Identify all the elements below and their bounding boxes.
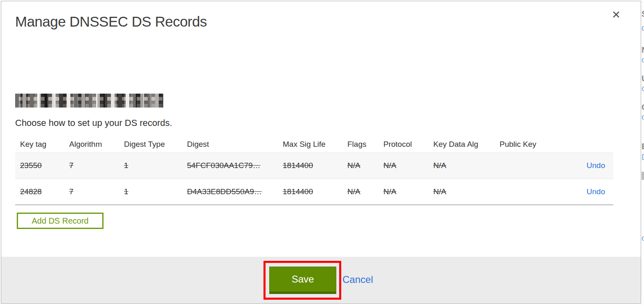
cell-protocol: N/A [378, 179, 428, 205]
background-text-fragment: o [642, 84, 644, 92]
background-text-fragment: S [642, 10, 644, 18]
screenshot-canvas: SdNoUoOoED▌o Manage DNSSEC DS Records ✕ … [0, 0, 644, 305]
ds-records-table: Key tag Algorithm Digest Type Digest Max… [15, 136, 613, 205]
background-text-fragment: o [642, 56, 644, 64]
col-header-flags: Flags [342, 136, 378, 152]
cell-flags: N/A [342, 152, 378, 179]
cell-public-key [495, 179, 553, 205]
table-header-row: Key tag Algorithm Digest Type Digest Max… [15, 136, 613, 152]
col-header-key-data-alg: Key Data Alg [428, 136, 495, 152]
col-header-max-sig-life: Max Sig Life [278, 136, 342, 152]
background-text-fragment: d [642, 24, 644, 32]
cell-algorithm: 7 [64, 152, 119, 179]
table-row: 23550 7 1 54FCF030AA1C79… 1814400 N/A N/… [15, 152, 613, 179]
background-text-fragment: o [642, 234, 644, 242]
col-header-key-tag: Key tag [15, 136, 64, 152]
manage-dnssec-dialog: Manage DNSSEC DS Records ✕ Choose how to… [1, 1, 641, 304]
cell-key-data-alg: N/A [428, 179, 495, 205]
close-icon[interactable]: ✕ [612, 9, 621, 20]
cell-protocol: N/A [378, 152, 428, 179]
col-header-digest-type: Digest Type [119, 136, 182, 152]
cell-digest: D4A33E8DD550A9… [182, 179, 278, 205]
cell-max-sig-life: 1814400 [278, 179, 342, 205]
cancel-link[interactable]: Cancel [342, 274, 373, 285]
cell-key-tag: 23550 [15, 152, 64, 179]
background-text-fragment: U [642, 74, 644, 83]
undo-link[interactable]: Undo [587, 161, 605, 170]
table-row: 24828 7 1 D4A33E8DD550A9… 1814400 N/A N/… [15, 179, 613, 205]
dialog-subtitle: Choose how to set up your DS records. [15, 118, 172, 128]
background-text-fragment: N [642, 46, 644, 54]
cell-key-data-alg: N/A [428, 152, 495, 179]
col-header-digest: Digest [182, 136, 278, 152]
cell-digest-type: 1 [119, 179, 182, 205]
background-text-fragment: ▌ [642, 172, 644, 180]
cell-digest-type: 1 [119, 152, 182, 179]
col-header-public-key: Public Key [495, 136, 553, 152]
col-header-protocol: Protocol [378, 136, 428, 152]
cell-algorithm: 7 [64, 179, 119, 205]
background-text-fragment: D [642, 153, 644, 161]
background-text-fragment: o [642, 113, 644, 121]
background-page-strip: SdNoUoOoED▌o [641, 0, 644, 305]
add-ds-record-button[interactable]: Add DS Record [17, 213, 104, 229]
dialog-title: Manage DNSSEC DS Records [15, 13, 207, 30]
cell-max-sig-life: 1814400 [278, 152, 342, 179]
save-button[interactable]: Save [269, 267, 336, 294]
redacted-domain-name [15, 94, 163, 108]
col-header-algorithm: Algorithm [64, 136, 119, 152]
cell-key-tag: 24828 [15, 179, 64, 205]
cell-flags: N/A [342, 179, 378, 205]
col-header-actions [553, 136, 613, 152]
cell-public-key [495, 152, 553, 179]
cell-digest: 54FCF030AA1C79… [182, 152, 278, 179]
background-text-fragment: O [642, 103, 644, 111]
background-text-fragment: E [642, 142, 644, 150]
undo-link[interactable]: Undo [587, 187, 605, 196]
